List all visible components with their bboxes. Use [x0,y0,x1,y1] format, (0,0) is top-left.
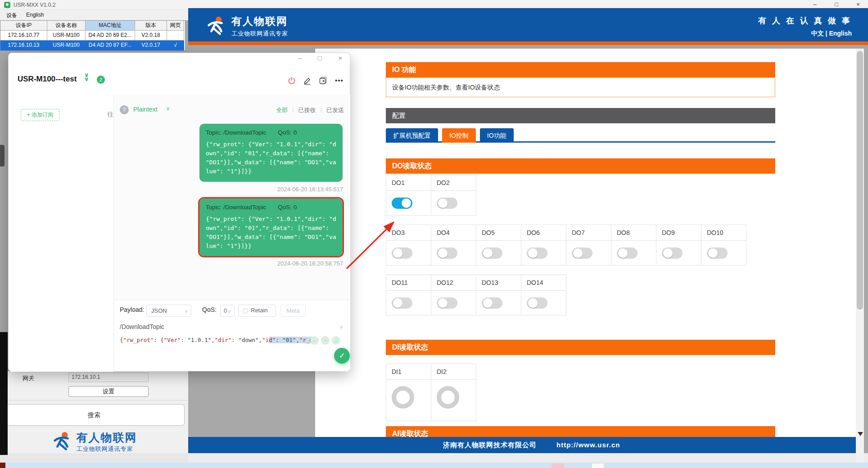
bubble-payload: {"rw_prot": {"Ver": "1.0.1","dir": "down… [206,140,336,176]
meta-button[interactable]: Meta [280,305,306,317]
taskbar-strip [0,463,868,468]
taskbar-white-item[interactable] [592,464,604,468]
filter-已接收[interactable]: 已接收 [298,106,316,114]
menu-item-device[interactable]: 设备 [6,12,17,19]
toggle-DO7[interactable] [572,248,592,259]
bubble-payload: {"rw_prot": {"Ver": "1.0.1","dir": "down… [206,215,336,251]
chevron-double-down-icon[interactable]: ∨∨ [84,73,89,81]
code-token: d": [269,337,282,343]
device-table-header-cell[interactable]: 设备名称 [47,21,86,31]
payload-label: Payload: [120,306,144,313]
message-bubble[interactable]: Topic: /DownloadTopicQoS: 0{"rw_prot": {… [198,122,344,183]
payload-format-select[interactable]: Plaintext [133,106,158,113]
toggle-DO4[interactable] [437,248,457,259]
qos-label: QoS: [202,306,217,313]
tab-strip: 扩展机预配置IO控制IO功能 [386,128,775,143]
device-table-header-cell[interactable]: 网页 [167,21,184,31]
toggle-DO6[interactable] [527,248,547,259]
language-switch[interactable]: 中文 | English [811,30,852,38]
help-icon[interactable]: ? [120,105,129,114]
connection-title: USR-M100---test [18,75,77,84]
site-tagline: 有 人 在 认 真 做 事 [758,15,852,26]
device-table-row[interactable]: 172.16.10.13USR-M100D4 AD 20 87 EF...V2.… [0,40,185,50]
toggle-DO10[interactable] [707,248,728,259]
toggle-DO14[interactable] [527,297,547,309]
di-section-bar: DI读取状态 [386,340,775,355]
toggle-DO12[interactable] [437,297,457,309]
bubble-qos: QoS: 0 [278,129,297,136]
usr-stickman-icon-white [205,16,226,36]
do-label-DO13: DO13 [476,275,521,291]
gateway-label: 网关 [23,374,34,382]
message-bubble-highlighted[interactable]: Topic: /DownloadTopicQoS: 0{"rw_prot": {… [198,197,344,258]
site-brand-name: 有人物联网 [231,14,288,28]
config-bar: 配置 [386,108,775,123]
bubble-topic: Topic: /DownloadTopic [206,204,266,211]
taskbar-pink-item[interactable] [552,464,564,468]
mqtt-minimize-button[interactable]: – [293,54,307,62]
topic-input[interactable]: /DownloadTopic∨ [120,321,344,333]
panel-edge-glyph: 往 [107,111,113,119]
publish-area: Payload: JSON∨ QoS: 0∨ Retain Meta /Down… [114,300,350,371]
send-button[interactable]: ✓ [334,348,350,364]
do-label-DO12: DO12 [431,275,476,291]
retain-radio[interactable] [243,308,248,314]
device-table-header: 设备IP设备名称MAC地址版本网页 [0,21,185,31]
message-area: ? Plaintext ∨ 全部|已接收|已发送 Topic: /Downloa… [114,94,350,300]
toggle-DO13[interactable] [482,297,502,309]
page-main-content: IO 功能 设备IO功能相关参数、查看IO设备状态 配置 扩展机预配置IO控制I… [386,49,775,437]
edit-pencil-icon[interactable] [303,76,312,86]
next-arrow-icon[interactable]: → [332,336,340,345]
toggle-DO9[interactable] [662,248,683,259]
toggle-DO2[interactable] [437,198,457,209]
footer-company: 济南有人物联网技术有限公司 [443,441,537,450]
collapsed-side-tab[interactable] [0,145,5,166]
di-label-DI2: DI2 [431,364,476,380]
search-button[interactable]: 搜索 [4,404,185,426]
taskbar-red-item[interactable] [0,463,5,468]
device-table-body: 172.16.10.77USR-M100D4 AD 20 69 E2...V2.… [0,31,185,50]
power-icon[interactable] [288,76,296,86]
qos-select[interactable]: 0∨ [220,305,235,317]
toggle-DO1[interactable] [392,198,412,209]
menu-item-english[interactable]: English [26,12,44,18]
message-toolbar: ? Plaintext ∨ 全部|已接收|已发送 [114,104,350,116]
io-section-description: 设备IO功能相关参数、查看IO设备状态 [386,77,775,97]
more-options-icon[interactable]: ••• [335,76,344,84]
do-section-bar: DO读取状态 [386,158,775,174]
toggle-DO8[interactable] [617,248,637,259]
settings-button[interactable]: 设置 [68,386,149,397]
payload-editor[interactable]: {"rw_prot": {"Ver": "1.0.1","dir": "down… [120,335,313,345]
scrollbar-down-arrow[interactable] [858,432,863,436]
toggle-DO3[interactable] [392,248,412,259]
device-table-row[interactable]: 172.16.10.77USR-M100D4 AD 20 69 E2...V2.… [0,31,185,40]
collapse-icon[interactable]: − [321,336,330,345]
di-indicator-DI1 [392,386,414,409]
app-menu-bar: 设备 English [0,10,188,20]
mqtt-client-window: – □ × USR-M100---test ∨∨ 2 ••• + 添加订阅 往 … [8,53,350,371]
device-table-header-cell[interactable]: MAC地址 [86,21,135,31]
toggle-DO11[interactable] [392,297,412,309]
new-window-icon[interactable] [319,76,327,86]
message-filters: 全部|已接收|已发送 [276,106,344,114]
tab-扩展机预配置[interactable]: 扩展机预配置 [386,128,438,143]
scrollbar-thumb[interactable] [857,51,863,310]
device-table-header-cell[interactable]: 版本 [135,21,167,31]
device-table-header-cell[interactable]: 设备IP [0,21,47,31]
footer-url[interactable]: http://www.usr.cn [556,441,620,450]
do-label-DO2: DO2 [431,175,476,191]
payload-type-select[interactable]: JSON∨ [146,305,191,317]
add-subscription-button[interactable]: + 添加订阅 [21,109,59,121]
prev-arrow-icon[interactable]: ← [310,336,319,345]
filter-separator: | [321,106,322,114]
filter-全部[interactable]: 全部 [276,106,288,114]
retain-option[interactable]: Retain [238,305,276,317]
mqtt-maximize-button[interactable]: □ [313,54,326,62]
mqtt-close-button[interactable]: × [334,54,347,62]
logo-title: 有人物联网 [77,430,137,445]
toggle-DO5[interactable] [482,248,502,259]
tab-IO功能[interactable]: IO功能 [480,128,514,143]
filter-已发送[interactable]: 已发送 [326,106,344,114]
tab-IO控制[interactable]: IO控制 [442,128,476,143]
gateway-input[interactable]: 172.16.10.1 [68,373,149,382]
